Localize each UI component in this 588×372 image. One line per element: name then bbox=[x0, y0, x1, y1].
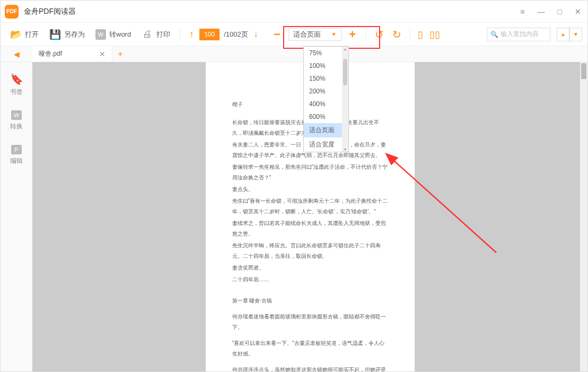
sidebar-item-bookmark[interactable]: 🔖 书签 bbox=[10, 73, 23, 97]
printer-icon: 🖨 bbox=[142, 29, 153, 40]
sidebar-collapse-button[interactable]: ◀ bbox=[1, 46, 32, 62]
page-down-icon[interactable]: ↓ bbox=[250, 29, 262, 40]
zoom-controls: − 适合页面 ▼ + bbox=[269, 28, 361, 41]
dropdown-scrollbar[interactable]: ▴ ▾ bbox=[342, 47, 348, 152]
document-text-line: 妻含笑而逝。 bbox=[232, 263, 388, 273]
separator bbox=[366, 28, 366, 41]
print-button[interactable]: 🖨 打印 bbox=[137, 27, 174, 42]
convert-word-button[interactable]: W 转word bbox=[91, 27, 135, 42]
sidebar-edit-label: 编辑 bbox=[10, 157, 23, 166]
sidebar: 🔖 书签 W 转换 P 编辑 bbox=[1, 62, 32, 371]
document-text-line: 二十四年后…… bbox=[232, 274, 388, 285]
bookmark-icon: 🔖 bbox=[10, 73, 23, 85]
zoom-in-button[interactable]: + bbox=[345, 28, 361, 41]
document-text-line: "喜欢可以拿出来看一下。"古董店老板轻笑道，语气温柔，令人心生好感。 bbox=[232, 338, 388, 359]
search-placeholder: 输入查找内容 bbox=[501, 30, 539, 39]
search-icon: 🔍 bbox=[490, 31, 498, 38]
maximize-button[interactable]: □ bbox=[556, 5, 564, 18]
save-as-button[interactable]: 💾 另存为 bbox=[45, 27, 89, 42]
zoom-option[interactable]: 400% bbox=[304, 98, 342, 110]
menu-icon[interactable]: ≡ bbox=[518, 5, 526, 18]
chapter-title: 第一章 哑舍·古镜 bbox=[232, 296, 388, 306]
caret-down-icon: ▼ bbox=[331, 31, 337, 37]
scroll-thumb[interactable] bbox=[343, 59, 347, 85]
app-title: 金舟PDF阅读器 bbox=[24, 7, 76, 16]
save-icon: 💾 bbox=[49, 29, 61, 40]
document-text-line: 妻续求之，曾曰若其子能续命长大成人，其愿坠入无间地狱，受煎熬之苦。 bbox=[232, 218, 388, 239]
folder-open-icon: 📂 bbox=[10, 29, 22, 40]
main-area: 🔖 书签 W 转换 P 编辑 楔子长命锁，传日能替要孩脱灾去邪，"锁"住生命。新… bbox=[1, 62, 587, 371]
document-tab[interactable]: 哑舍.pdf ✕ bbox=[32, 46, 112, 62]
document-text-line: 妻点头。 bbox=[232, 184, 388, 195]
document-text-line: 何亦瑶连连点头，虽然她知道这面古镜她很可能买不起，但她还是想拿在手中。 bbox=[232, 365, 388, 371]
document-text-line: 先生曰"吾有一长命锁，可假汝所剩寿元十二年，为此子换性命十二年，锁至其十二岁时，… bbox=[232, 196, 388, 217]
two-page-view-button[interactable]: ▯▯ bbox=[427, 29, 442, 40]
word-icon: W bbox=[95, 29, 106, 40]
zoom-out-button[interactable]: − bbox=[269, 28, 285, 41]
zoom-level-select[interactable]: 适合页面 ▼ bbox=[288, 28, 341, 41]
tab-close-button[interactable]: ✕ bbox=[99, 50, 106, 58]
zoom-option[interactable]: 适合页面 bbox=[304, 123, 342, 137]
save-as-label: 另存为 bbox=[64, 30, 85, 39]
single-page-view-button[interactable]: ▯ bbox=[416, 29, 425, 40]
zoom-option[interactable]: 150% bbox=[304, 72, 342, 85]
close-button[interactable]: ✕ bbox=[573, 5, 583, 18]
toolbar: 📂 打开 💾 另存为 W 转word 🖨 打印 ↑ /1002页 ↓ − 适合页… bbox=[1, 23, 587, 46]
page-up-icon[interactable]: ↑ bbox=[186, 29, 197, 40]
zoom-level-label: 适合页面 bbox=[293, 30, 321, 39]
zoom-dropdown: 75%100%150%200%400%600%适合页面适合宽度 ▴ ▾ bbox=[303, 46, 349, 152]
scroll-down-icon[interactable]: ▾ bbox=[344, 147, 346, 152]
app-logo-icon: PDF bbox=[5, 5, 19, 19]
zoom-option[interactable]: 100% bbox=[304, 59, 342, 72]
sidebar-item-edit[interactable]: P 编辑 bbox=[10, 145, 23, 166]
page-total: /1002页 bbox=[224, 30, 248, 39]
minimize-button[interactable]: — bbox=[536, 5, 547, 18]
scroll-up-icon[interactable]: ▴ bbox=[344, 47, 346, 51]
sidebar-item-convert[interactable]: W 转换 bbox=[10, 110, 23, 131]
rotate-cw-button[interactable]: ↻ bbox=[389, 28, 405, 41]
nav-up-button[interactable]: ▲ bbox=[557, 28, 569, 41]
title-bar: PDF 金舟PDF阅读器 ≡ — □ ✕ bbox=[1, 1, 587, 23]
scrollbar-thumb[interactable] bbox=[581, 63, 586, 79]
document-text-line: 何亦瑶着迷地看着面前玻璃柜里那块圆形古镜，眼睛都不舍得眨一下。 bbox=[232, 312, 388, 333]
document-text-line: 妻辗转求一先生相见，那先生问曰"汝愿此子活命，不计代价否？宁用汝命换之否？" bbox=[232, 162, 388, 183]
sidebar-convert-label: 转换 bbox=[10, 122, 23, 131]
zoom-option[interactable]: 200% bbox=[304, 85, 342, 98]
page-number-input[interactable] bbox=[199, 29, 220, 40]
window-controls: ≡ — □ ✕ bbox=[518, 5, 583, 18]
convert-word-label: 转word bbox=[109, 30, 131, 39]
print-label: 打印 bbox=[156, 30, 170, 39]
rotate-ccw-button[interactable]: ↺ bbox=[372, 28, 387, 41]
edit-icon: P bbox=[11, 145, 22, 154]
zoom-option[interactable]: 适合宽度 bbox=[304, 137, 342, 152]
tab-filename: 哑舍.pdf bbox=[39, 49, 62, 58]
separator bbox=[410, 28, 410, 41]
sidebar-bookmark-label: 书签 bbox=[10, 88, 23, 97]
open-label: 打开 bbox=[25, 30, 39, 39]
zoom-option[interactable]: 600% bbox=[304, 110, 342, 123]
convert-icon: W bbox=[11, 110, 22, 120]
document-text-line: 先生沉吟半晌，终应允。言曰此长命锁至多可锁住此子二十四寿元。二十四年后，当亲往，… bbox=[232, 240, 388, 262]
zoom-option[interactable]: 75% bbox=[304, 47, 342, 59]
separator bbox=[180, 28, 180, 41]
tab-bar: ◀ 哑舍.pdf ✕ + bbox=[1, 46, 587, 62]
main-scrollbar[interactable] bbox=[580, 62, 587, 371]
nav-arrows: ▲ ▼ bbox=[557, 28, 582, 41]
search-input[interactable]: 🔍 输入查找内容 bbox=[487, 28, 550, 41]
open-button[interactable]: 📂 打开 bbox=[6, 27, 43, 42]
nav-down-button[interactable]: ▼ bbox=[569, 28, 582, 41]
add-tab-button[interactable]: + bbox=[112, 49, 128, 59]
